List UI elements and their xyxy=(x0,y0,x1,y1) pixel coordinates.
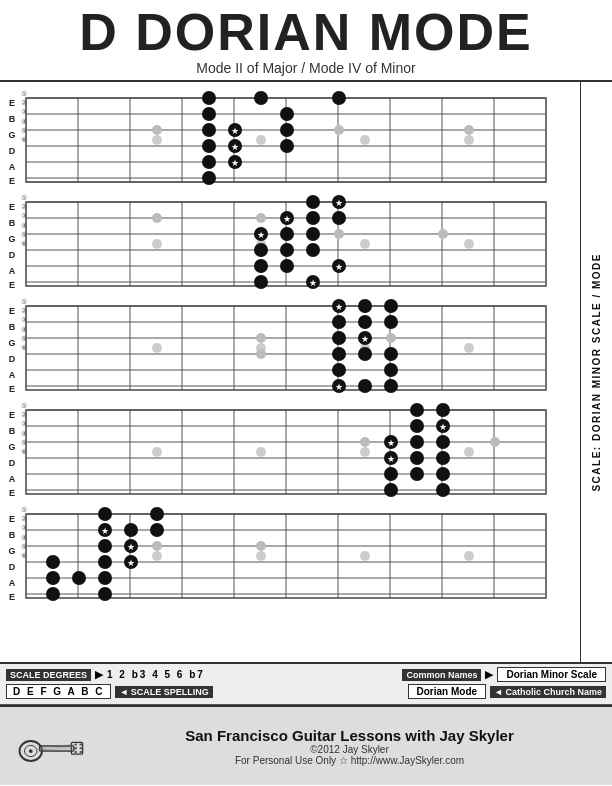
svg-point-159 xyxy=(384,363,398,377)
scale-degrees-value: 1 2 b3 4 5 6 b7 xyxy=(107,669,205,680)
svg-point-100 xyxy=(254,243,268,257)
scale-degrees-row: SCALE DEGREES ▶ 1 2 b3 4 5 6 b7 Common N… xyxy=(6,667,606,682)
svg-point-153 xyxy=(386,333,396,343)
svg-rect-278 xyxy=(80,751,83,753)
svg-text:E: E xyxy=(9,592,15,602)
svg-text:①: ① xyxy=(21,402,27,409)
church-name-label: ◄ Catholic Church Name xyxy=(490,686,606,698)
svg-point-257 xyxy=(152,541,162,551)
svg-point-204 xyxy=(410,435,424,449)
svg-point-155 xyxy=(332,347,346,361)
svg-point-192 xyxy=(152,447,162,457)
svg-point-141 xyxy=(464,343,474,353)
fretboard-diagram-2: E B G D A E ① ② ③ ④ ⑤ ⑥ xyxy=(0,188,560,292)
svg-text:E: E xyxy=(9,410,15,420)
svg-point-215 xyxy=(436,483,450,497)
svg-text:E: E xyxy=(9,176,15,186)
header: D DORIAN MODE Mode II of Major / Mode IV… xyxy=(0,0,612,82)
fretboard-diagram-4: E B G D A E ① ② ③ ④ ⑤ ⑥ xyxy=(0,396,560,500)
svg-point-214 xyxy=(384,483,398,497)
svg-point-206 xyxy=(490,437,500,447)
svg-point-84 xyxy=(464,239,474,249)
svg-point-92 xyxy=(306,211,320,225)
svg-text:★: ★ xyxy=(231,158,239,168)
svg-point-39 xyxy=(202,123,216,137)
svg-text:E: E xyxy=(9,202,15,212)
fretboard-diagram-1: E B G D A E ① ② ③ ④ ⑤ ⑥ xyxy=(0,84,560,188)
svg-point-258 xyxy=(256,541,266,551)
svg-rect-275 xyxy=(75,751,78,753)
svg-text:E: E xyxy=(9,280,15,290)
svg-text:①: ① xyxy=(21,298,27,305)
scale-degrees-arrow: ▶ xyxy=(95,668,103,681)
svg-text:B: B xyxy=(9,322,16,332)
svg-point-210 xyxy=(436,451,450,465)
svg-text:★: ★ xyxy=(335,262,343,272)
svg-text:D: D xyxy=(9,250,16,260)
svg-point-212 xyxy=(410,467,424,481)
svg-point-97 xyxy=(306,227,320,241)
svg-line-281 xyxy=(40,749,74,750)
svg-text:A: A xyxy=(9,266,16,276)
footer-title: San Francisco Guitar Lessons with Jay Sk… xyxy=(99,727,600,744)
svg-point-265 xyxy=(98,571,112,585)
svg-text:★: ★ xyxy=(101,526,109,536)
svg-text:E: E xyxy=(9,306,15,316)
svg-point-44 xyxy=(464,125,474,135)
svg-point-270 xyxy=(29,749,33,753)
svg-text:D: D xyxy=(9,562,16,572)
svg-text:B: B xyxy=(9,426,16,436)
svg-text:A: A xyxy=(9,162,16,172)
svg-point-36 xyxy=(202,107,216,121)
svg-point-29 xyxy=(152,135,162,145)
svg-point-146 xyxy=(332,315,346,329)
svg-text:G: G xyxy=(8,234,15,244)
svg-point-104 xyxy=(280,259,294,273)
svg-point-35 xyxy=(332,91,346,105)
svg-point-88 xyxy=(152,213,162,223)
svg-point-49 xyxy=(202,155,216,169)
svg-point-43 xyxy=(334,125,344,135)
svg-point-31 xyxy=(360,135,370,145)
svg-point-99 xyxy=(438,229,448,239)
svg-point-195 xyxy=(464,447,474,457)
svg-point-254 xyxy=(98,539,112,553)
svg-point-147 xyxy=(358,315,372,329)
svg-point-209 xyxy=(410,451,424,465)
svg-point-89 xyxy=(256,213,266,223)
svg-point-158 xyxy=(332,363,346,377)
svg-text:★: ★ xyxy=(335,302,343,312)
svg-point-213 xyxy=(436,467,450,481)
svg-point-198 xyxy=(410,419,424,433)
content-area: E B G D A E ① ② ③ ④ ⑤ ⑥ xyxy=(0,82,612,662)
svg-text:B: B xyxy=(9,218,16,228)
svg-point-38 xyxy=(152,125,162,135)
svg-point-248 xyxy=(98,507,112,521)
svg-point-138 xyxy=(152,343,162,353)
svg-text:A: A xyxy=(9,474,16,484)
svg-point-101 xyxy=(280,243,294,257)
subtitle: Mode II of Major / Mode IV of Minor xyxy=(0,60,612,76)
scale-spelling-label: ◄ SCALE SPELLING xyxy=(115,686,212,698)
info-bar: SCALE DEGREES ▶ 1 2 b3 4 5 6 b7 Common N… xyxy=(0,662,612,705)
church-name-value: Dorian Mode xyxy=(408,684,487,699)
svg-point-247 xyxy=(464,551,474,561)
fretboard-diagrams: E B G D A E ① ② ③ ④ ⑤ ⑥ xyxy=(0,82,580,662)
scale-spelling-notes: D E F G A B C xyxy=(6,684,111,699)
svg-point-196 xyxy=(410,403,424,417)
side-label-text: SCALE: DORIAN MINOR SCALE / MODE xyxy=(591,253,602,492)
svg-point-201 xyxy=(360,437,370,447)
svg-text:①: ① xyxy=(21,90,27,97)
svg-point-93 xyxy=(332,211,346,225)
svg-point-263 xyxy=(46,571,60,585)
svg-point-145 xyxy=(384,299,398,313)
svg-point-266 xyxy=(46,587,60,601)
footer-personal-url: For Personal Use Only ☆ http://www.JaySk… xyxy=(99,755,600,766)
svg-text:G: G xyxy=(8,130,15,140)
page-title: D DORIAN MODE xyxy=(0,6,612,58)
svg-point-107 xyxy=(254,275,268,289)
svg-point-33 xyxy=(202,91,216,105)
svg-text:①: ① xyxy=(21,194,27,201)
svg-point-85 xyxy=(306,195,320,209)
svg-text:A: A xyxy=(9,578,16,588)
